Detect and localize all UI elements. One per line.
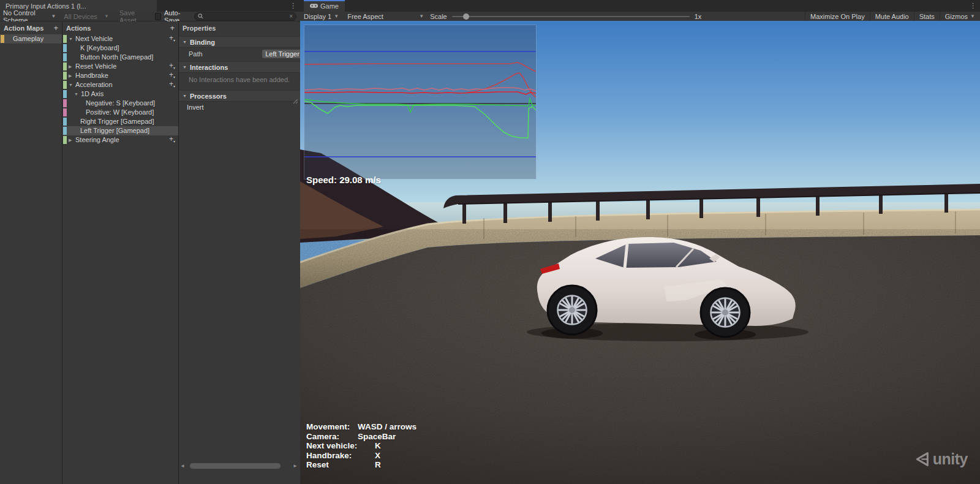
mute-audio-label: Mute Audio xyxy=(875,13,909,20)
action-tree-row[interactable]: Positive: W [Keyboard] xyxy=(62,108,178,117)
scale-slider[interactable]: Scale 1x xyxy=(430,13,701,20)
actions-header: Actions + xyxy=(62,21,178,34)
action-tree-row[interactable]: K [Keyboard] xyxy=(62,43,178,53)
devices-label: All Devices xyxy=(64,13,97,20)
action-tree-row[interactable]: ▼ Next Vehicle + xyxy=(62,34,178,43)
action-tree-row[interactable]: Button North [Gamepad] xyxy=(62,53,178,62)
foldout-arrow-icon[interactable]: ▼ xyxy=(74,89,78,99)
aspect-dropdown[interactable]: Free Aspect▼ xyxy=(347,13,424,20)
properties-header: Properties xyxy=(179,21,300,34)
horizontal-scrollbar[interactable]: ◄ ► xyxy=(180,463,298,469)
hud-control-line: Handbrake:X xyxy=(306,451,417,461)
hud-control-line: ResetR xyxy=(306,460,417,470)
path-label: Path xyxy=(189,50,203,58)
foldout-arrow-icon[interactable]: ▼ xyxy=(69,34,73,43)
scrollbar-thumb[interactable] xyxy=(190,463,281,469)
hud-control-line: Movement:WASD / arrows xyxy=(306,422,417,432)
input-actions-panel: Primary Input Actions 1 (l... ⋮ No Contr… xyxy=(0,0,301,484)
action-tree-row[interactable]: Left Trigger [Gamepad] xyxy=(62,126,178,135)
gizmos-dropdown[interactable]: Gizmos▼ xyxy=(940,12,980,21)
mute-audio-button[interactable]: Mute Audio xyxy=(870,12,914,21)
action-tree-row[interactable]: ▼ 1D Axis xyxy=(62,89,178,99)
action-tree-row[interactable]: ▶ Handbrake + xyxy=(62,71,178,80)
hud-control-line: Camera:SpaceBar xyxy=(306,432,417,442)
tab-game[interactable]: Game xyxy=(304,0,345,12)
binding-section-header[interactable]: ▼ Binding xyxy=(179,36,300,48)
clear-search-icon[interactable]: × xyxy=(289,13,293,20)
graph-series-red-flat xyxy=(304,62,536,72)
action-tree-label: Button North [Gamepad] xyxy=(80,53,153,62)
chevron-down-icon: ▼ xyxy=(51,13,56,19)
resize-grip-icon[interactable] xyxy=(293,99,298,104)
action-map-color-bar xyxy=(1,35,4,43)
panel-menu-icon[interactable]: ⋮ xyxy=(286,2,300,10)
action-tree-row[interactable]: ▶ Reset Vehicle + xyxy=(62,62,178,71)
game-panel-menu-icon[interactable]: ⋮ xyxy=(966,2,980,10)
add-action-map-button[interactable]: + xyxy=(53,23,58,32)
add-action-button[interactable]: + xyxy=(170,23,175,32)
action-map-item-gameplay[interactable]: Gameplay xyxy=(0,34,62,43)
action-tree-label: Positive: W [Keyboard] xyxy=(86,108,154,117)
interactions-section-header[interactable]: ▼ Interactions xyxy=(179,61,300,73)
path-value-dropdown[interactable]: Left Trigger [ xyxy=(262,50,300,58)
action-tree-row[interactable]: ▶ Steering Angle + xyxy=(62,135,178,145)
display-dropdown[interactable]: Display 1▼ xyxy=(304,13,339,20)
car-rear-wheel xyxy=(548,285,597,335)
hud-control-line: Next vehicle:K xyxy=(306,441,417,451)
telemetry-graph-svg xyxy=(304,25,536,179)
action-color-bar xyxy=(63,90,67,98)
action-color-bar xyxy=(63,35,67,43)
action-tree-label: Acceleration xyxy=(75,80,113,89)
gizmos-label: Gizmos xyxy=(945,13,968,20)
hud-controls: Movement:WASD / arrowsCamera:SpaceBarNex… xyxy=(306,422,417,470)
game-view-panel: Game ⋮ Display 1▼ Free Aspect▼ Scale 1x … xyxy=(300,0,980,484)
action-maps-title: Action Maps xyxy=(4,25,43,32)
action-color-bar xyxy=(63,53,67,61)
scroll-right-icon[interactable]: ► xyxy=(293,463,298,469)
properties-column: Properties ▼ Binding Path Left Trigger [… xyxy=(179,21,300,484)
add-binding-button[interactable]: + xyxy=(169,135,175,146)
action-tree-row[interactable]: Negative: S [Keyboard] xyxy=(62,99,178,108)
processors-section-header[interactable]: ▼ Processors xyxy=(179,90,300,102)
scroll-left-icon[interactable]: ◄ xyxy=(180,463,185,469)
display-label: Display 1 xyxy=(304,13,331,20)
tab-game-label: Game xyxy=(320,2,339,10)
devices-dropdown[interactable]: All Devices▼ xyxy=(64,13,109,20)
unity-editor-window: Primary Input Actions 1 (l... ⋮ No Contr… xyxy=(0,0,980,484)
binding-section-title: Binding xyxy=(190,39,215,46)
foldout-arrow-icon[interactable]: ▼ xyxy=(69,80,73,89)
foldout-arrow-icon[interactable]: ▶ xyxy=(69,135,72,145)
action-tree-label: Next Vehicle xyxy=(75,34,113,43)
chevron-down-icon: ▼ xyxy=(419,13,424,19)
graph-series-green-volatile xyxy=(304,101,536,138)
action-tree-label: 1D Axis xyxy=(81,89,104,99)
action-color-bar xyxy=(63,108,67,116)
action-color-bar xyxy=(63,72,67,80)
action-tree-label: Negative: S [Keyboard] xyxy=(86,99,155,108)
foldout-arrow-icon: ▼ xyxy=(183,40,187,44)
action-tree-row[interactable]: Right Trigger [Gamepad] xyxy=(62,117,178,126)
stats-button[interactable]: Stats xyxy=(914,12,940,21)
auto-save-checkbox[interactable] xyxy=(155,13,161,20)
action-maps-column: Action Maps + Gameplay xyxy=(0,21,62,484)
search-box: × xyxy=(194,12,296,21)
processor-item-invert[interactable]: Invert xyxy=(179,102,300,113)
maximize-on-play-label: Maximize On Play xyxy=(810,13,865,20)
car-front-wheel xyxy=(701,288,750,337)
search-input[interactable] xyxy=(206,13,287,20)
scale-slider-track[interactable] xyxy=(452,16,690,17)
stats-label: Stats xyxy=(919,13,935,20)
telemetry-graph-overlay xyxy=(304,25,536,179)
actions-tree: ▼ Next Vehicle + K [Keyboard] Button Nor… xyxy=(62,34,178,145)
search-icon xyxy=(198,13,203,19)
foldout-arrow-icon[interactable]: ▶ xyxy=(69,62,72,71)
foldout-arrow-icon[interactable]: ▶ xyxy=(69,71,72,80)
maximize-on-play-button[interactable]: Maximize On Play xyxy=(805,12,870,21)
graph-series-red-bright xyxy=(304,92,536,94)
scale-value: 1x xyxy=(695,13,702,20)
action-tree-row[interactable]: ▼ Acceleration + xyxy=(62,80,178,89)
scale-slider-knob[interactable] xyxy=(463,13,469,20)
action-tree-label: Reset Vehicle xyxy=(75,62,116,71)
scrollbar-track[interactable] xyxy=(185,463,293,469)
game-tabbar: Game ⋮ xyxy=(300,0,980,12)
